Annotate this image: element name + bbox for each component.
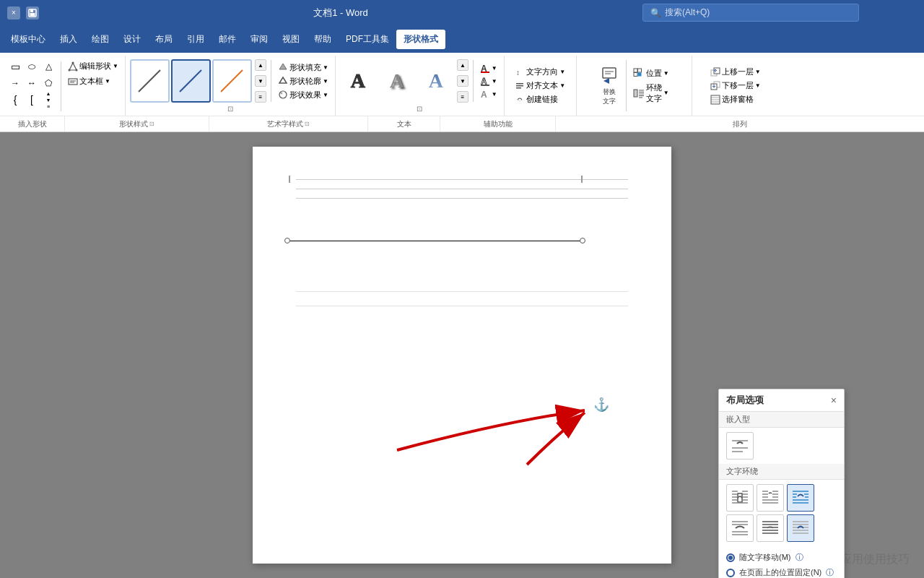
select-pane-label: 选择窗格: [722, 94, 754, 105]
gallery-expand[interactable]: ≡: [255, 91, 266, 103]
art-text-reflect[interactable]: A: [418, 61, 454, 101]
select-pane-btn[interactable]: 选择窗格: [708, 93, 763, 105]
ribbon-group-insert-shapes: ▭ ⬭ △ → ↔ ⬠ { [ ▲ ▼: [3, 56, 126, 116]
info-fixed-icon[interactable]: ⓘ: [826, 567, 834, 578]
popup-close-button[interactable]: ×: [831, 394, 837, 406]
layout-icon-in-front-text[interactable]: [787, 514, 814, 542]
shape-bracket[interactable]: [: [24, 92, 40, 108]
art-gallery-expand[interactable]: ≡: [457, 91, 468, 103]
layout-icon-inline[interactable]: [726, 432, 754, 460]
svg-rect-22: [516, 85, 523, 87]
shape-brace[interactable]: {: [7, 92, 23, 108]
expand-shape-styles-btn[interactable]: ⊡: [149, 121, 154, 127]
replace-text-btn[interactable]: 替换文字: [597, 64, 622, 108]
svg-point-13: [279, 91, 287, 98]
expand-art-text-btn[interactable]: ⊡: [305, 121, 310, 127]
expand-shape-styles-icon[interactable]: ⊡: [227, 105, 233, 113]
save-button[interactable]: [26, 7, 39, 20]
svg-point-14: [280, 92, 282, 95]
menu-mail[interactable]: 邮件: [212, 30, 243, 49]
ribbon-group-art-text: A A A ▲ ▼ ≡ A ▼ A: [336, 56, 505, 116]
shape-rect[interactable]: ▭: [7, 59, 23, 74]
radio-move-with-text[interactable]: 随文字移动(M) ⓘ: [726, 550, 837, 565]
shape-style-diagonal[interactable]: [130, 59, 170, 103]
menu-help[interactable]: 帮助: [307, 30, 339, 49]
shape-pentagon[interactable]: ⬠: [40, 75, 56, 91]
art-text-gallery: A A A: [340, 61, 454, 101]
shape-arrow-right[interactable]: →: [7, 75, 23, 91]
send-backward-btn[interactable]: 下移一层 ▼: [708, 79, 763, 92]
menu-layout[interactable]: 布局: [148, 30, 180, 49]
shape-arrows[interactable]: ↔: [24, 75, 40, 91]
text-direction-btn[interactable]: ↕ 文字方向 ▼: [513, 66, 567, 78]
textbox-btn[interactable]: 文本框 ▼: [66, 75, 121, 87]
ribbon-label-insert-shapes[interactable]: 插入形状: [0, 116, 65, 131]
text-color-btn[interactable]: A ▼: [478, 62, 500, 74]
menu-reference[interactable]: 引用: [180, 30, 212, 49]
art-gallery-up-arrow[interactable]: ▲: [457, 59, 468, 71]
text-outline-color-btn[interactable]: A ▼: [478, 75, 500, 87]
align-text-btn[interactable]: 对齐文本 ▼: [513, 79, 567, 92]
textbox-label: 文本框: [79, 76, 103, 87]
shape-outline-btn[interactable]: 形状轮廓 ▼: [276, 75, 331, 87]
shape-styles-gallery: [130, 59, 252, 103]
handle-left[interactable]: [284, 238, 290, 243]
search-placeholder: 搜索(Alt+Q): [665, 7, 710, 19]
radio-fixed-unchecked: [726, 569, 735, 577]
edit-shape-btn[interactable]: 编辑形状 ▼: [66, 60, 121, 72]
document-page[interactable]: ⚓: [253, 147, 671, 564]
shape-style-diagonal-dash[interactable]: [212, 59, 252, 103]
menu-pdf[interactable]: PDF工具集: [339, 30, 396, 49]
info-move-icon[interactable]: ⓘ: [796, 552, 803, 563]
menu-design[interactable]: 设计: [116, 30, 148, 49]
ribbon: ▭ ⬭ △ → ↔ ⬠ { [ ▲ ▼: [0, 53, 924, 132]
art-text-shadow[interactable]: A: [379, 61, 415, 101]
title-bar: × 文档1 - Word 🔍 搜索(Alt+Q): [0, 0, 924, 25]
handle-right[interactable]: [580, 238, 585, 243]
svg-rect-21: [516, 83, 523, 85]
wrap-text-btn[interactable]: 环绕文字 ▼: [631, 82, 671, 105]
shape-effect-btn[interactable]: 形状效果 ▼: [276, 89, 331, 101]
shape-triangle[interactable]: △: [40, 59, 56, 74]
layout-icon-through[interactable]: [787, 484, 814, 512]
art-gallery-down-arrow[interactable]: ▼: [457, 75, 468, 87]
menu-view[interactable]: 视图: [275, 30, 307, 49]
layout-icon-top-bottom[interactable]: [726, 514, 754, 542]
position-btn[interactable]: 位置 ▼: [631, 67, 671, 80]
radio-fixed-position[interactable]: 在页面上的位置固定(N) ⓘ: [726, 565, 837, 578]
menu-draw[interactable]: 绘图: [84, 30, 116, 49]
shape-oval[interactable]: ⬭: [24, 59, 40, 74]
svg-point-5: [69, 69, 71, 71]
radio-move-checked: [726, 553, 735, 562]
close-button[interactable]: ×: [7, 7, 20, 20]
document-area: ⚓ 布: [0, 132, 924, 578]
expand-art-text-icon[interactable]: ⊡: [417, 105, 422, 113]
svg-rect-1: [30, 9, 33, 12]
text-glow-btn[interactable]: A ▼: [478, 88, 500, 100]
layout-icon-square[interactable]: [726, 484, 754, 512]
ribbon-label-art-text[interactable]: 艺术字样式 ⊡: [209, 116, 368, 131]
shape-container[interactable]: [287, 238, 605, 243]
ribbon-group-shape-styles: ▲ ▼ ≡ 形状填充 ▼ 形状轮廓 ▼: [126, 56, 336, 116]
search-bar[interactable]: 🔍 搜索(Alt+Q): [642, 4, 859, 22]
ribbon-label-shape-styles[interactable]: 形状样式 ⊡: [65, 116, 209, 131]
svg-rect-24: [603, 68, 616, 78]
shape-style-diagonal-blue[interactable]: [171, 59, 211, 103]
gallery-down-arrow[interactable]: ▼: [255, 75, 266, 87]
menu-insert[interactable]: 插入: [53, 30, 84, 49]
layout-icon-tight[interactable]: [757, 484, 784, 512]
art-text-outline[interactable]: A: [340, 61, 376, 101]
menu-template[interactable]: 模板中心: [4, 30, 53, 49]
art-gallery-arrows: ▲ ▼ ≡: [457, 59, 468, 103]
menu-review[interactable]: 审阅: [243, 30, 275, 49]
create-link-btn[interactable]: 创建链接: [513, 93, 567, 105]
svg-line-12: [221, 70, 243, 92]
menu-shape-format[interactable]: 形状格式: [396, 30, 445, 49]
shape-scroll-arrows: ▲ ▼ ≡: [40, 92, 56, 108]
gallery-up-arrow[interactable]: ▲: [255, 59, 266, 71]
bring-forward-btn[interactable]: 上移一层 ▼: [708, 66, 763, 78]
window-controls: ×: [7, 7, 39, 20]
shape-fill-btn[interactable]: 形状填充 ▼: [276, 61, 331, 74]
layout-icon-behind-text[interactable]: [757, 514, 784, 542]
menu-bar: 模板中心 插入 绘图 设计 布局 引用 邮件 审阅 视图 帮助 PDF工具集 形…: [0, 25, 924, 53]
